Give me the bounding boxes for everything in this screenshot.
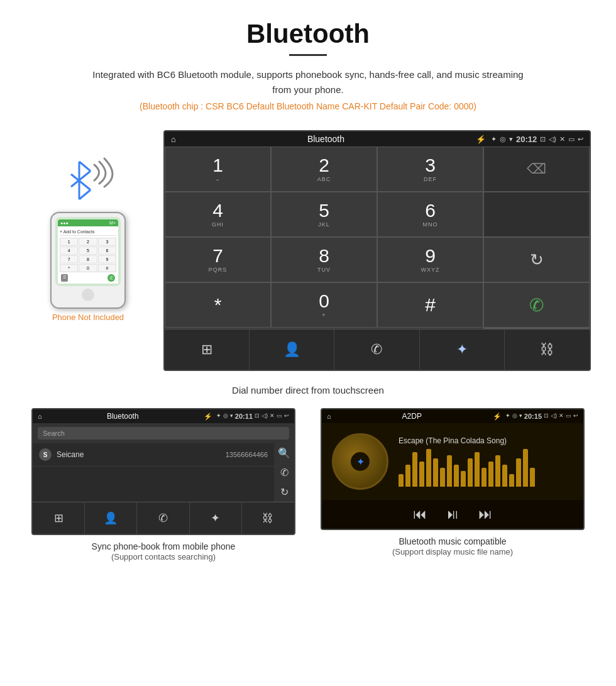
dial-call-button[interactable]: ✆ — [483, 282, 590, 328]
dial-key-8[interactable]: 8 TUV — [271, 237, 377, 282]
phone-home-button — [82, 289, 94, 301]
dial-key-star[interactable]: * — [165, 282, 271, 328]
dial-hangup-button[interactable] — [483, 328, 590, 329]
music-signal-icon: ▾ — [519, 412, 522, 420]
pb-bottom-bluetooth[interactable]: ✦ — [190, 502, 242, 534]
visualizer-bar — [447, 455, 452, 487]
visualizer-bar — [481, 468, 487, 487]
dial-key-5[interactable]: 5 JKL — [271, 192, 377, 237]
dialer-bottom-bluetooth[interactable]: ✦ — [420, 329, 505, 370]
dial-key-1[interactable]: 1 ⌣ — [165, 147, 271, 192]
bt-status-icon: ✦ — [491, 135, 497, 143]
dial-key-6[interactable]: 6 MNO — [377, 192, 483, 237]
home-icon[interactable]: ⌂ — [171, 135, 176, 144]
pb-volume-icon[interactable]: ◁) — [261, 412, 268, 420]
pb-contact-number: 13566664466 — [226, 451, 268, 458]
pb-back-icon[interactable]: ↩ — [284, 412, 289, 420]
location-icon: ◎ — [500, 135, 506, 143]
dial-key-2[interactable]: 2 ABC — [271, 147, 377, 192]
pb-search-icon[interactable]: 🔍 — [278, 447, 290, 459]
dialer-bottom-contacts[interactable]: 👤 — [250, 329, 334, 370]
dial-key-7[interactable]: 7 PQRS — [165, 237, 271, 282]
music-back-icon[interactable]: ↩ — [573, 412, 578, 420]
svg-line-2 — [71, 171, 91, 187]
music-volume-icon[interactable]: ◁) — [551, 412, 557, 420]
pb-bottom-grid[interactable]: ⊞ — [33, 502, 85, 534]
music-prev-button[interactable]: ⏮ — [413, 506, 427, 523]
pb-refresh-icon[interactable]: ↻ — [280, 486, 289, 498]
visualizer-bar — [419, 462, 424, 487]
volume-icon[interactable]: ◁) — [549, 135, 556, 143]
pb-search-box[interactable]: Search — [38, 427, 289, 440]
phonebook-item: ⌂ Bluetooth ⚡ ✦ ◎ ▾ 20:11 ⊡ ◁) ✕ ▭ ↩ Sea… — [19, 408, 308, 565]
music-close-icon[interactable]: ✕ — [559, 412, 564, 420]
phone-area: ●●●M+ + Add to Contacts 123 456 789 *0# … — [25, 130, 151, 322]
pb-signal-icon: ▾ — [230, 412, 233, 420]
window-icon[interactable]: ▭ — [568, 135, 575, 143]
music-info: Escape (The Pina Colada Song) — [399, 436, 573, 487]
pb-home-icon[interactable]: ⌂ — [38, 412, 42, 420]
pb-bottom-link[interactable]: ⛓ — [242, 502, 294, 534]
music-controls: ⏮ ⏯ ⏭ — [322, 500, 583, 529]
dial-cell-empty-2 — [483, 192, 590, 237]
music-loc-icon: ◎ — [512, 412, 517, 420]
music-home-icon[interactable]: ⌂ — [327, 412, 331, 420]
usb-icon: ⚡ — [476, 135, 486, 144]
visualizer-bar — [475, 452, 480, 487]
visualizer-bar — [502, 465, 507, 487]
music-screen: ⌂ A2DP ⚡ ✦ ◎ ▾ 20:15 ⊡ ◁) ✕ ▭ ↩ — [321, 408, 585, 530]
back-icon[interactable]: ↩ — [578, 135, 583, 143]
visualizer-bar — [426, 449, 431, 487]
signal-icon: ▾ — [509, 135, 513, 143]
dialer-bottom-phone[interactable]: ✆ — [334, 329, 419, 370]
pb-letter-badge: S — [39, 448, 52, 461]
visualizer-bar — [530, 468, 535, 487]
music-song-title: Escape (The Pina Colada Song) — [399, 436, 573, 445]
phone-screen-content: + Add to Contacts 123 456 789 *0# ☰ ✆ — [58, 226, 118, 284]
svg-line-3 — [79, 190, 91, 199]
dialer-bottom-grid[interactable]: ⊞ — [165, 329, 250, 370]
dial-key-hash[interactable]: # — [377, 282, 483, 328]
dialer-screen: ⌂ Bluetooth ⚡ ✦ ◎ ▾ 20:12 ⊡ ◁) ✕ ▭ ↩ 1 ⌣ — [163, 130, 591, 371]
pb-camera-icon[interactable]: ⊡ — [255, 412, 260, 420]
music-next-button[interactable]: ⏭ — [478, 506, 492, 523]
dialer-screen-title: Bluetooth — [181, 134, 471, 144]
pb-bt-icon: ✦ — [216, 412, 221, 420]
pb-bottom-contacts[interactable]: 👤 — [85, 502, 137, 534]
camera-icon[interactable]: ⊡ — [540, 135, 546, 143]
pb-call-icon[interactable]: ✆ — [280, 467, 289, 479]
dial-key-4[interactable]: 4 GHI — [165, 192, 271, 237]
music-visualizer — [399, 449, 573, 487]
dial-key-9[interactable]: 9 WXYZ — [377, 237, 483, 282]
pb-status-icons: ✦ ◎ ▾ 20:11 ⊡ ◁) ✕ ▭ ↩ — [216, 412, 289, 420]
visualizer-bar — [440, 468, 445, 487]
page-header: Bluetooth Integrated with BC6 Bluetooth … — [0, 0, 616, 124]
visualizer-bar — [412, 452, 417, 487]
bluetooth-icon-area — [57, 155, 119, 206]
dial-key-3[interactable]: 3 DEF — [377, 147, 483, 192]
pb-contact-seicane[interactable]: S Seicane 13566664466 — [33, 443, 274, 467]
title-underline — [289, 54, 327, 56]
music-content: ✦ Escape (The Pina Colada Song) — [322, 423, 583, 500]
music-playpause-button[interactable]: ⏯ — [446, 506, 459, 523]
page-specs: (Bluetooth chip : CSR BC6 Default Blueto… — [13, 101, 603, 111]
bottom-section: ⌂ Bluetooth ⚡ ✦ ◎ ▾ 20:11 ⊡ ◁) ✕ ▭ ↩ Sea… — [0, 408, 616, 565]
music-item: ⌂ A2DP ⚡ ✦ ◎ ▾ 20:15 ⊡ ◁) ✕ ▭ ↩ — [308, 408, 597, 565]
pb-bottom-phone[interactable]: ✆ — [137, 502, 189, 534]
pb-loc-icon: ◎ — [223, 412, 228, 420]
dialer-bottom-link[interactable]: ⛓ — [505, 329, 590, 370]
music-album-inner: ✦ — [351, 452, 370, 471]
visualizer-bar — [405, 465, 410, 487]
dial-key-0[interactable]: 0 + — [271, 282, 377, 328]
music-camera-icon[interactable]: ⊡ — [544, 412, 549, 420]
visualizer-bar — [509, 474, 514, 487]
pb-close-icon[interactable]: ✕ — [270, 412, 275, 420]
pb-window-icon[interactable]: ▭ — [277, 412, 282, 420]
music-window-icon[interactable]: ▭ — [566, 412, 571, 420]
close-icon[interactable]: ✕ — [559, 135, 565, 143]
dial-refresh[interactable]: ↻ — [483, 237, 590, 282]
music-status-bar: ⌂ A2DP ⚡ ✦ ◎ ▾ 20:15 ⊡ ◁) ✕ ▭ ↩ — [322, 409, 583, 423]
visualizer-bar — [399, 474, 404, 487]
page-description: Integrated with BC6 Bluetooth module, su… — [88, 67, 528, 97]
music-caption-sub: (Support display music file name) — [392, 547, 513, 556]
